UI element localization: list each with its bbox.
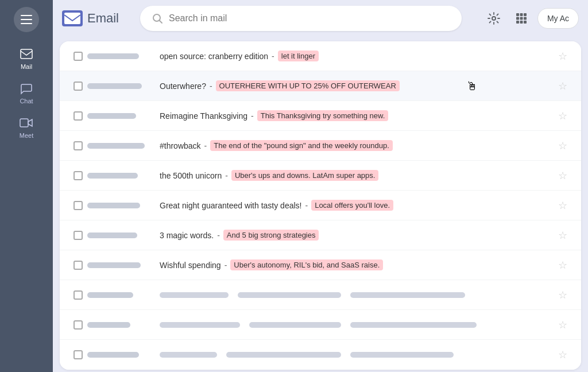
sender-placeholder	[87, 143, 150, 149]
star-button[interactable]: ☆	[554, 319, 572, 331]
star-button[interactable]: ☆	[554, 140, 572, 152]
email-checkbox[interactable]	[74, 82, 83, 91]
sender-placeholder	[87, 292, 150, 298]
email-row[interactable]: Wishful spending - Uber's autonomy, RIL'…	[60, 250, 581, 280]
email-list: open source: cranberry edition - let it …	[60, 41, 581, 370]
star-button[interactable]: ☆	[554, 348, 572, 361]
header-actions: My Ac	[482, 7, 579, 30]
sidebar-item-mail-label: Mail	[21, 63, 32, 70]
email-content: Reimagine Thanksgiving - This Thanksgivi…	[160, 110, 554, 121]
header: Email	[53, 0, 588, 37]
email-preview: And 5 big strong strategies	[223, 230, 319, 241]
email-preview: Uber's autonomy, RIL's bid, and SaaS rai…	[230, 259, 383, 270]
apps-icon	[516, 13, 527, 24]
svg-rect-0	[21, 49, 32, 59]
logo-area: Email	[62, 10, 131, 26]
email-subject: the 500th unicorn	[160, 171, 222, 180]
search-icon	[152, 13, 163, 24]
email-checkbox[interactable]	[74, 171, 83, 180]
email-content: Wishful spending - Uber's autonomy, RIL'…	[160, 259, 554, 270]
star-button[interactable]: ☆	[554, 50, 572, 63]
email-subject: Great night guaranteed with tasty deals!	[160, 201, 301, 210]
email-content: the 500th unicorn - Uber's ups and downs…	[160, 170, 554, 181]
svg-rect-10	[520, 17, 523, 20]
email-row-placeholder[interactable]: ☆	[60, 310, 581, 340]
email-subject: Reimagine Thanksgiving	[160, 111, 247, 121]
checkbox-area	[69, 261, 87, 270]
email-preview: This Thanksgiving try something new.	[257, 110, 389, 121]
email-checkbox[interactable]	[74, 231, 83, 240]
email-checkbox[interactable]	[74, 261, 83, 270]
checkbox-area	[69, 141, 87, 150]
email-preview: Local offers you'll love.	[311, 200, 393, 211]
sidebar-item-meet-label: Meet	[20, 132, 33, 139]
sidebar-item-mail[interactable]: Mail	[0, 41, 53, 76]
email-checkbox[interactable]	[74, 320, 83, 330]
email-checkbox[interactable]	[74, 52, 83, 61]
svg-rect-7	[520, 13, 523, 16]
sender-placeholder	[87, 352, 150, 358]
email-content: Great night guaranteed with tasty deals!…	[160, 200, 554, 211]
star-button[interactable]: ☆	[554, 169, 572, 182]
settings-button[interactable]	[482, 7, 505, 30]
hamburger-button[interactable]	[14, 7, 39, 32]
email-row[interactable]: Great night guaranteed with tasty deals!…	[60, 191, 581, 220]
checkbox-area	[69, 350, 87, 359]
email-row[interactable]: Reimagine Thanksgiving - This Thanksgivi…	[60, 101, 581, 131]
sidebar-item-meet[interactable]: Meet	[0, 110, 53, 145]
email-subject: 3 magic words.	[160, 231, 214, 240]
star-button[interactable]: ☆	[554, 80, 572, 92]
account-button[interactable]: My Ac	[537, 8, 579, 29]
email-checkbox[interactable]	[74, 141, 83, 150]
checkbox-area	[69, 231, 87, 240]
svg-rect-11	[524, 17, 527, 20]
star-button[interactable]: ☆	[554, 259, 572, 272]
svg-rect-6	[516, 13, 519, 16]
checkbox-area	[69, 52, 87, 61]
search-bar[interactable]	[140, 6, 462, 31]
svg-rect-3	[64, 13, 80, 24]
checkbox-area	[69, 320, 87, 330]
checkbox-area	[69, 171, 87, 180]
sender-placeholder	[87, 53, 150, 59]
checkbox-area	[69, 111, 87, 121]
email-row[interactable]: the 500th unicorn - Uber's ups and downs…	[60, 161, 581, 191]
star-button[interactable]: ☆	[554, 110, 572, 122]
sender-placeholder	[87, 232, 150, 238]
main-content: Email	[53, 0, 588, 372]
placeholder-content	[160, 352, 554, 358]
email-content: 3 magic words. - And 5 big strong strate…	[160, 230, 554, 241]
apps-button[interactable]	[510, 7, 533, 30]
checkbox-area	[69, 82, 87, 91]
email-checkbox[interactable]	[74, 290, 83, 300]
email-checkbox[interactable]	[74, 111, 83, 121]
svg-rect-9	[516, 17, 519, 20]
email-row[interactable]: #throwback - The end of the "pound sign"…	[60, 131, 581, 161]
email-subject: Wishful spending	[160, 261, 221, 270]
star-button[interactable]: ☆	[554, 199, 572, 212]
email-row[interactable]: 3 magic words. - And 5 big strong strate…	[60, 220, 581, 250]
email-row[interactable]: open source: cranberry edition - let it …	[60, 41, 581, 71]
email-subject: Outerwhere?	[160, 82, 206, 91]
email-row-placeholder[interactable]: ☆	[60, 340, 581, 370]
email-row-placeholder[interactable]: ☆	[60, 280, 581, 310]
email-row[interactable]: Outerwhere? - OUTERHERE WITH UP TO 25% O…	[60, 71, 581, 101]
email-preview: Uber's ups and downs. LatAm super apps.	[231, 170, 379, 181]
svg-rect-8	[524, 13, 527, 16]
star-button[interactable]: ☆	[554, 229, 572, 242]
svg-rect-1	[20, 119, 28, 127]
svg-rect-13	[520, 21, 523, 24]
chat-icon	[20, 82, 33, 95]
logo-title: Email	[87, 11, 119, 26]
sender-placeholder	[87, 173, 150, 179]
star-button[interactable]: ☆	[554, 289, 572, 301]
sender-placeholder	[87, 322, 150, 328]
placeholder-content	[160, 292, 554, 298]
search-input[interactable]	[169, 13, 450, 24]
sender-placeholder	[87, 83, 150, 89]
checkbox-area	[69, 201, 87, 210]
sidebar-item-chat[interactable]: Chat	[0, 76, 53, 110]
meet-icon	[20, 116, 33, 130]
email-checkbox[interactable]	[74, 350, 83, 359]
email-checkbox[interactable]	[74, 201, 83, 210]
